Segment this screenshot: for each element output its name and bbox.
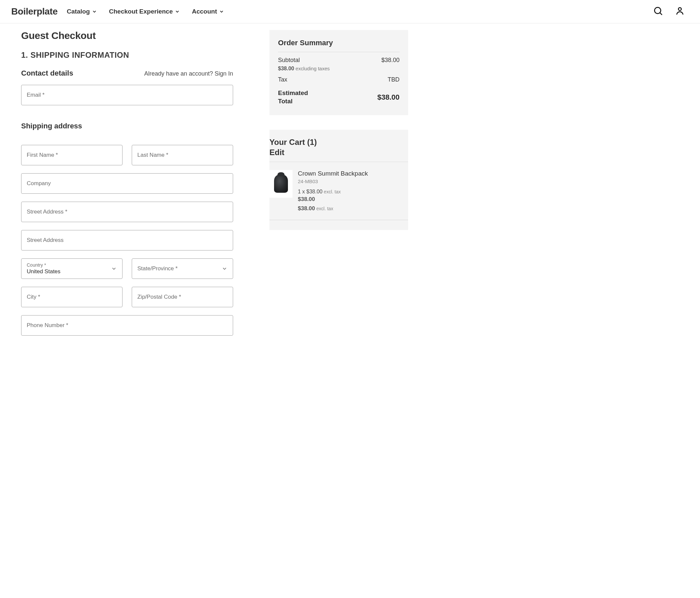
total-row: Estimated Total $38.00 xyxy=(278,89,400,105)
cart-item-info: Crown Summit Backpack 24-MB03 1 x $38.00… xyxy=(298,170,368,212)
email-field[interactable]: Email * xyxy=(21,85,233,105)
subtotal-note-text: excluding taxes xyxy=(294,66,330,71)
shipping-title: Shipping address xyxy=(21,122,233,130)
country-select[interactable]: Country * United States xyxy=(21,258,123,279)
tax-row: Tax TBD xyxy=(278,76,400,83)
item-price: $38.00 xyxy=(298,196,368,203)
email-label: Email * xyxy=(27,92,45,98)
item-line-total-amt: $38.00 xyxy=(298,205,315,211)
sidebar: Order Summary Subtotal $38.00 $38.00 exc… xyxy=(270,30,408,336)
chevron-down-icon xyxy=(219,9,224,14)
summary-title: Order Summary xyxy=(278,38,400,47)
product-thumbnail xyxy=(270,170,293,198)
subtotal-label: Subtotal xyxy=(278,57,300,64)
company-field[interactable]: Company xyxy=(21,173,233,194)
subtotal-note-amt: $38.00 xyxy=(278,66,294,71)
checkout-form-column: Guest Checkout 1. SHIPPING INFORMATION C… xyxy=(21,30,233,336)
state-label: State/Province * xyxy=(138,265,178,272)
chevron-down-icon xyxy=(92,9,97,14)
cart-head: Your Cart (1) Edit xyxy=(270,137,408,162)
item-qty-excl: excl. tax xyxy=(323,189,341,194)
contact-title: Contact details xyxy=(21,69,73,78)
nav-catalog-label: Catalog xyxy=(67,8,90,15)
item-line-total: $38.00excl. tax xyxy=(298,205,368,212)
subtotal-value: $38.00 xyxy=(381,57,400,64)
divider xyxy=(278,52,400,52)
last-name-label: Last Name * xyxy=(138,152,168,158)
brand-logo[interactable]: Boilerplate xyxy=(11,6,57,17)
signin-prompt-text: Already have an account? xyxy=(144,70,215,77)
header-icons xyxy=(653,6,689,17)
user-icon xyxy=(675,6,685,16)
item-name: Crown Summit Backpack xyxy=(298,170,368,177)
cart-edit-link[interactable]: Edit xyxy=(270,148,400,157)
subtotal-row: Subtotal $38.00 xyxy=(278,57,400,64)
street1-field[interactable]: Street Address * xyxy=(21,202,233,222)
chevron-down-icon xyxy=(222,266,227,271)
state-select[interactable]: State/Province * xyxy=(132,258,233,279)
item-qty: 1 x $38.00 excl. tax xyxy=(298,189,368,195)
signin-link[interactable]: Sign In xyxy=(215,70,233,77)
company-label: Company xyxy=(27,180,51,187)
chevron-down-icon xyxy=(175,9,180,14)
total-value: $38.00 xyxy=(377,93,400,102)
country-label: Country * xyxy=(27,262,60,268)
nav-checkout-exp-label: Checkout Experience xyxy=(109,8,173,15)
top-header: Boilerplate Catalog Checkout Experience … xyxy=(0,0,700,23)
nav-account-label: Account xyxy=(192,8,217,15)
step-title: 1. SHIPPING INFORMATION xyxy=(21,51,233,60)
city-label: City * xyxy=(27,294,40,300)
street1-label: Street Address * xyxy=(27,209,67,215)
page-title: Guest Checkout xyxy=(21,30,233,41)
nav-account[interactable]: Account xyxy=(192,8,224,15)
cart-item: Crown Summit Backpack 24-MB03 1 x $38.00… xyxy=(270,162,408,220)
total-label: Estimated Total xyxy=(278,89,324,105)
street2-field[interactable]: Street Address xyxy=(21,230,233,251)
cart-title: Your Cart (1) xyxy=(270,137,400,148)
tax-label: Tax xyxy=(278,76,287,83)
main-nav: Catalog Checkout Experience Account xyxy=(67,8,224,15)
phone-field[interactable]: Phone Number * xyxy=(21,315,233,336)
item-line-total-excl: excl. tax xyxy=(316,206,333,211)
tax-value: TBD xyxy=(388,76,400,83)
svg-line-1 xyxy=(660,13,662,15)
subtotal-note: $38.00 excluding taxes xyxy=(278,66,400,72)
nav-checkout-experience[interactable]: Checkout Experience xyxy=(109,8,180,15)
phone-label: Phone Number * xyxy=(27,322,68,329)
chevron-down-icon xyxy=(111,266,117,271)
first-name-field[interactable]: First Name * xyxy=(21,145,123,165)
page-body: Guest Checkout 1. SHIPPING INFORMATION C… xyxy=(0,23,429,356)
search-icon xyxy=(653,6,663,16)
cart-card: Your Cart (1) Edit Crown Summit Backpack… xyxy=(270,130,408,230)
nav-catalog[interactable]: Catalog xyxy=(67,8,97,15)
city-field[interactable]: City * xyxy=(21,287,123,307)
backpack-icon xyxy=(274,175,288,193)
item-sku: 24-MB03 xyxy=(298,179,368,184)
country-value: United States xyxy=(27,268,60,275)
order-summary: Order Summary Subtotal $38.00 $38.00 exc… xyxy=(270,30,408,115)
last-name-field[interactable]: Last Name * xyxy=(132,145,233,165)
account-button[interactable] xyxy=(675,6,685,17)
svg-point-2 xyxy=(678,7,681,10)
item-qty-text: 1 x $38.00 xyxy=(298,189,323,194)
zip-field[interactable]: Zip/Postal Code * xyxy=(132,287,233,307)
signin-prompt: Already have an account? Sign In xyxy=(144,70,233,77)
search-button[interactable] xyxy=(653,6,663,17)
contact-section-head: Contact details Already have an account?… xyxy=(21,69,233,78)
zip-label: Zip/Postal Code * xyxy=(138,294,181,300)
street2-label: Street Address xyxy=(27,237,64,243)
checkout-form: Email * Shipping address First Name * La… xyxy=(21,85,233,336)
first-name-label: First Name * xyxy=(27,152,58,158)
